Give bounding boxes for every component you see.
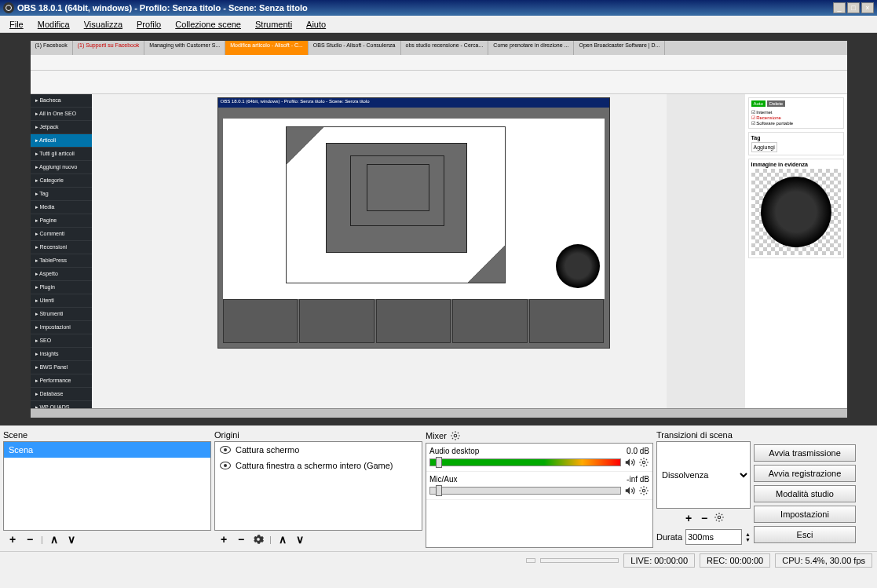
scenes-list[interactable]: Scena bbox=[3, 441, 211, 531]
channel-level: 0.0 dB bbox=[627, 447, 649, 455]
source-settings-button[interactable] bbox=[252, 533, 265, 546]
add-scene-button[interactable]: + bbox=[6, 533, 19, 546]
wp-sidebar-item: ▸ Aggiungi nuovo bbox=[31, 161, 92, 174]
minimize-button[interactable]: _ bbox=[833, 2, 846, 13]
speaker-icon[interactable] bbox=[624, 485, 635, 496]
wp-sidebar-item: ▸ Database bbox=[31, 388, 92, 401]
exit-button[interactable]: Esci bbox=[754, 526, 856, 543]
gear-icon bbox=[253, 534, 264, 545]
wp-sidebar-item: ▸ Recensioni bbox=[31, 241, 92, 254]
wp-sidebar-item: ▸ TablePress bbox=[31, 254, 92, 268]
transitions-panel: Transizioni di scena Dissolvenza + − Dur… bbox=[656, 429, 751, 548]
svg-point-2 bbox=[642, 489, 645, 492]
remove-scene-button[interactable]: − bbox=[24, 533, 36, 546]
browser-bookmarks bbox=[31, 71, 847, 94]
start-streaming-button[interactable]: Avvia trasmissione bbox=[754, 444, 856, 462]
preview-area: (1) Facebook (1) Supporti su Facebook Ma… bbox=[0, 33, 877, 425]
scene-item[interactable]: Scena bbox=[4, 442, 210, 458]
source-item[interactable]: Cattura finestra a schermo intero (Game) bbox=[215, 458, 422, 473]
menu-profile[interactable]: Profilo bbox=[130, 18, 167, 31]
settings-button[interactable]: Impostazioni bbox=[754, 506, 856, 523]
mixer-panel: Mixer Audio desktop 0.0 dB Mic/Aux -inf … bbox=[426, 429, 653, 548]
source-down-button[interactable]: ∨ bbox=[294, 533, 306, 546]
scenes-header: Scene bbox=[3, 429, 211, 441]
volume-slider[interactable] bbox=[429, 458, 621, 466]
bottom-panels: Scene Scena + − | ∧ ∨ Origini Cattura sc… bbox=[0, 425, 877, 551]
wp-sidebar-item: ▸ Jetpack bbox=[31, 121, 92, 134]
wordpress-right-sidebar: Auto Delete ☑ Internet ☑ Recensione ☑ So… bbox=[745, 94, 847, 408]
source-label: Cattura schermo bbox=[236, 445, 299, 455]
window-title: OBS 18.0.1 (64bit, windows) - Profilo: S… bbox=[17, 3, 833, 13]
sources-header: Origini bbox=[214, 429, 422, 441]
mixer-header: Mixer bbox=[426, 431, 447, 440]
gear-icon[interactable] bbox=[714, 512, 725, 523]
status-cpu: CPU: 5.4%, 30.00 fps bbox=[775, 553, 872, 568]
preview-capture[interactable]: (1) Facebook (1) Supporti su Facebook Ma… bbox=[31, 41, 847, 418]
visibility-icon[interactable] bbox=[220, 446, 231, 454]
scenes-panel: Scene Scena + − | ∧ ∨ bbox=[3, 429, 211, 548]
status-rec: REC: 00:00:00 bbox=[700, 553, 770, 568]
maximize-button[interactable]: □ bbox=[847, 2, 860, 13]
svg-point-0 bbox=[454, 434, 457, 437]
wp-sidebar-item: ▸ SEO bbox=[31, 334, 92, 348]
menu-scenecollection[interactable]: Collezione scene bbox=[169, 18, 247, 31]
studio-mode-button[interactable]: Modalità studio bbox=[754, 485, 856, 502]
menubar: File Modifica Visualizza Profilo Collezi… bbox=[0, 16, 877, 33]
menu-view[interactable]: Visualizza bbox=[78, 18, 129, 31]
wp-sidebar-item: ▸ Tag bbox=[31, 188, 92, 201]
sources-panel: Origini Cattura schermo Cattura finestra… bbox=[214, 429, 422, 548]
add-source-button[interactable]: + bbox=[217, 533, 230, 546]
gear-icon[interactable] bbox=[638, 457, 649, 468]
speaker-icon[interactable] bbox=[624, 457, 635, 468]
remove-source-button[interactable]: − bbox=[235, 533, 247, 546]
menu-edit[interactable]: Modifica bbox=[31, 18, 76, 31]
obs-logo-featured bbox=[761, 177, 831, 247]
spinner-down[interactable]: ▼ bbox=[745, 537, 751, 542]
mixer-channel: Mic/Aux -inf dB bbox=[426, 472, 652, 500]
status-spacer bbox=[526, 558, 535, 563]
window-titlebar: OBS 18.0.1 (64bit, windows) - Profilo: S… bbox=[0, 0, 877, 16]
wp-sidebar-item: ▸ Aspetto bbox=[31, 268, 92, 281]
source-item[interactable]: Cattura schermo bbox=[215, 442, 422, 458]
obs-logo-small bbox=[556, 244, 600, 288]
remove-transition-button[interactable]: − bbox=[698, 512, 711, 524]
statusbar: LIVE: 00:00:00 REC: 00:00:00 CPU: 5.4%, … bbox=[0, 551, 877, 568]
visibility-icon[interactable] bbox=[220, 462, 231, 469]
transition-select[interactable]: Dissolvenza bbox=[656, 441, 751, 509]
browser-toolbar bbox=[31, 55, 847, 71]
mixer-channel: Audio desktop 0.0 dB bbox=[426, 444, 652, 472]
source-up-button[interactable]: ∧ bbox=[276, 533, 289, 546]
wp-sidebar-item: ▸ Plugin bbox=[31, 281, 92, 294]
menu-help[interactable]: Aiuto bbox=[300, 18, 332, 31]
sources-list[interactable]: Cattura schermo Cattura finestra a scher… bbox=[214, 441, 422, 531]
duration-input[interactable] bbox=[685, 529, 742, 545]
spinner-up[interactable]: ▲ bbox=[745, 531, 751, 537]
menu-tools[interactable]: Strumenti bbox=[249, 18, 298, 31]
close-button[interactable]: × bbox=[861, 2, 874, 13]
transitions-header: Transizioni di scena bbox=[656, 429, 751, 441]
wp-sidebar-item: ▸ Tutti gli articoli bbox=[31, 148, 92, 161]
start-recording-button[interactable]: Avvia registrazione bbox=[754, 465, 856, 482]
wordpress-editor: OBS 18.0.1 (64bit, windows) - Profilo: S… bbox=[92, 94, 667, 408]
browser-tabs: (1) Facebook (1) Supporti su Facebook Ma… bbox=[31, 41, 847, 55]
menu-file[interactable]: File bbox=[3, 18, 30, 31]
wp-sidebar-item: ▸ BWS Panel bbox=[31, 361, 92, 374]
wp-sidebar-item: ▸ Commenti bbox=[31, 228, 92, 241]
wp-sidebar-item: ▸ Pagine bbox=[31, 214, 92, 228]
scene-up-button[interactable]: ∧ bbox=[48, 533, 60, 546]
wp-sidebar-item: ▸ Media bbox=[31, 201, 92, 214]
scene-down-button[interactable]: ∨ bbox=[65, 533, 78, 546]
windows-taskbar bbox=[31, 408, 847, 418]
wp-sidebar-item: ▸ Strumenti bbox=[31, 308, 92, 321]
gear-icon[interactable] bbox=[450, 430, 461, 441]
source-label: Cattura finestra a schermo intero (Game) bbox=[236, 461, 393, 470]
volume-slider[interactable] bbox=[429, 487, 621, 495]
gear-icon[interactable] bbox=[638, 485, 649, 496]
channel-name: Audio desktop bbox=[429, 447, 479, 455]
channel-name: Mic/Aux bbox=[429, 475, 458, 484]
wp-sidebar-item: ▸ Categorie bbox=[31, 174, 92, 188]
svg-point-1 bbox=[642, 461, 645, 464]
wordpress-sidebar: ▸ Bacheca▸ All in One SEO▸ Jetpack▸ Arti… bbox=[31, 94, 92, 408]
recursive-preview bbox=[286, 126, 506, 283]
add-transition-button[interactable]: + bbox=[682, 512, 695, 524]
